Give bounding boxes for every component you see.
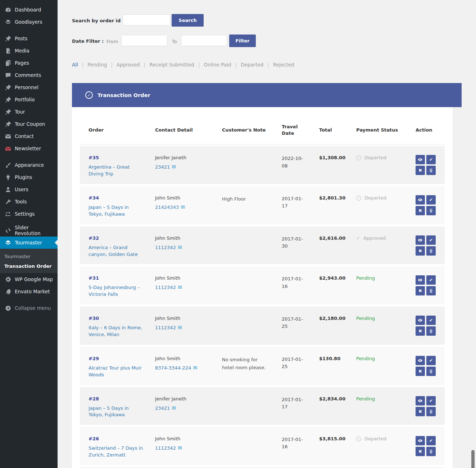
approve-button[interactable]: ✔ — [426, 235, 436, 245]
sidebar-item-newsletter[interactable]: Newsletter — [0, 142, 58, 155]
approve-button[interactable]: ✔ — [426, 155, 436, 164]
sidebar-item-tour[interactable]: Tour — [0, 106, 58, 118]
view-button[interactable] — [416, 316, 425, 325]
contact-phone-link[interactable]: 23421 — [155, 405, 170, 411]
reject-button[interactable]: ✖ — [416, 407, 425, 416]
delete-button[interactable] — [426, 407, 436, 416]
envelope-icon[interactable]: ✉ — [181, 204, 185, 210]
search-button[interactable]: Search — [172, 14, 204, 27]
submenu-item-transaction-order[interactable]: Transaction Order — [0, 261, 58, 271]
reject-button[interactable]: ✖ — [416, 246, 425, 256]
tour-link[interactable]: 5-Day Johannesburg – Victoria Falls — [89, 284, 145, 298]
contact-phone-link[interactable]: 23421 — [155, 164, 170, 170]
envelope-icon[interactable]: ✉ — [193, 365, 197, 371]
scrollbar-thumb[interactable] — [471, 450, 475, 468]
view-button[interactable] — [416, 396, 425, 405]
sidebar-item-plugins[interactable]: Plugins — [0, 171, 58, 183]
order-id-link[interactable]: #34 — [89, 195, 155, 201]
view-button[interactable] — [416, 436, 425, 445]
date-from-input[interactable] — [121, 35, 167, 46]
order-id-link[interactable]: #29 — [89, 356, 155, 361]
envelope-icon[interactable]: ✉ — [172, 164, 176, 170]
submenu-item-tourmaster[interactable]: Tourmaster — [0, 252, 58, 261]
tour-link[interactable]: Switzerland – 7 Days in Zurich, Zermatt — [89, 445, 145, 459]
view-button[interactable] — [416, 356, 425, 365]
approve-button[interactable]: ✔ — [426, 316, 436, 325]
order-id-link[interactable]: #31 — [89, 275, 155, 281]
sidebar-item-envato-market[interactable]: Envato Market — [0, 285, 58, 298]
filter-link-departed[interactable]: Departed — [241, 62, 263, 68]
reject-button[interactable]: ✖ — [416, 206, 425, 215]
view-button[interactable] — [416, 275, 425, 285]
sidebar-item-slider-revolution[interactable]: Slider Revolution — [0, 224, 58, 237]
sidebar-item-tourmaster[interactable]: Tourmaster — [0, 237, 58, 249]
order-id-link[interactable]: #32 — [89, 235, 155, 241]
contact-phone-link[interactable]: 8374-3344-224 — [155, 365, 191, 371]
delete-button[interactable] — [426, 166, 436, 175]
delete-button[interactable] — [426, 447, 436, 456]
envelope-icon[interactable]: ✉ — [178, 325, 182, 330]
sidebar-item-posts[interactable]: Posts — [0, 32, 58, 45]
order-id-link[interactable]: #30 — [89, 316, 155, 321]
tour-link[interactable]: Alcatraz Tour plus Muir Woods — [89, 365, 145, 378]
delete-button[interactable] — [426, 246, 436, 256]
envelope-icon[interactable]: ✉ — [178, 284, 182, 290]
sidebar-item-goodlayers[interactable]: Goodlayers — [0, 16, 58, 28]
approve-button[interactable]: ✔ — [426, 436, 436, 445]
order-id-link[interactable]: #28 — [89, 396, 155, 402]
sidebar-item-collapse-menu[interactable]: Collapse menu — [0, 302, 58, 314]
tour-link[interactable]: Italy – 6 Days in Rome, Venice, Milan — [89, 325, 145, 338]
sidebar-item-dashboard[interactable]: Dashboard — [0, 4, 58, 16]
filter-link-rejected[interactable]: Rejected — [273, 62, 294, 68]
approve-button[interactable]: ✔ — [426, 396, 436, 405]
view-button[interactable] — [416, 235, 425, 245]
date-to-input[interactable] — [181, 35, 227, 46]
filter-link-approved[interactable]: Approved — [117, 62, 140, 68]
view-button[interactable] — [416, 195, 425, 205]
sidebar-item-media[interactable]: Media — [0, 45, 58, 57]
envelope-icon[interactable]: ✉ — [172, 405, 176, 411]
sidebar-item-wp-google-map[interactable]: WP Google Map — [0, 273, 58, 285]
search-order-id-input[interactable] — [123, 14, 170, 26]
contact-phone-link[interactable]: 1112342 — [155, 445, 176, 451]
filter-button[interactable]: Filter — [229, 35, 256, 47]
filter-link-receipt-submitted[interactable]: Receipt Submitted — [149, 62, 194, 68]
tour-link[interactable]: Japan – 5 Days in Tokyo, Fujikawa — [89, 204, 145, 218]
filter-link-online-paid[interactable]: Online Paid — [204, 62, 231, 68]
delete-button[interactable] — [426, 286, 436, 295]
contact-phone-link[interactable]: 1112342 — [155, 325, 176, 330]
approve-button[interactable]: ✔ — [426, 195, 436, 205]
filter-link-pending[interactable]: Pending — [87, 62, 107, 68]
sidebar-item-tools[interactable]: Tools — [0, 196, 58, 208]
view-button[interactable] — [416, 155, 425, 164]
contact-phone-link[interactable]: 1112342 — [155, 245, 176, 250]
sidebar-item-settings[interactable]: Settings — [0, 208, 58, 220]
contact-phone-link[interactable]: 21424343 — [155, 205, 179, 210]
sidebar-item-pages[interactable]: Pages — [0, 57, 58, 69]
delete-button[interactable] — [426, 326, 436, 336]
delete-button[interactable] — [426, 367, 436, 376]
filter-link-all[interactable]: All — [72, 62, 78, 68]
sidebar-item-contact[interactable]: Contact — [0, 130, 58, 142]
sidebar-item-appearance[interactable]: Appearance — [0, 159, 58, 171]
order-id-link[interactable]: #26 — [89, 436, 155, 441]
reject-button[interactable]: ✖ — [416, 286, 425, 295]
contact-phone-link[interactable]: 1112342 — [155, 285, 176, 290]
sidebar-item-tour-coupon[interactable]: Tour Coupon — [0, 118, 58, 130]
order-id-link[interactable]: #35 — [89, 155, 155, 160]
sidebar-item-portfolio[interactable]: Portfolio — [0, 93, 58, 106]
sidebar-item-comments[interactable]: Comments — [0, 69, 58, 81]
approve-button[interactable]: ✔ — [426, 356, 436, 365]
reject-button[interactable]: ✖ — [416, 447, 425, 456]
approve-button[interactable]: ✔ — [426, 275, 436, 285]
tour-link[interactable]: Argentina – Great Diving Trip — [89, 164, 145, 178]
reject-button[interactable]: ✖ — [416, 166, 425, 175]
tour-link[interactable]: Japan – 5 Days in Tokyo, Fujikawa — [89, 405, 145, 419]
delete-button[interactable] — [426, 206, 436, 215]
sidebar-item-users[interactable]: Users — [0, 183, 58, 196]
envelope-icon[interactable]: ✉ — [178, 445, 182, 451]
tour-link[interactable]: America – Grand canyon, Golden Gate — [89, 244, 145, 258]
sidebar-item-personnel[interactable]: Personnel — [0, 81, 58, 93]
reject-button[interactable]: ✖ — [416, 326, 425, 336]
envelope-icon[interactable]: ✉ — [178, 244, 182, 250]
